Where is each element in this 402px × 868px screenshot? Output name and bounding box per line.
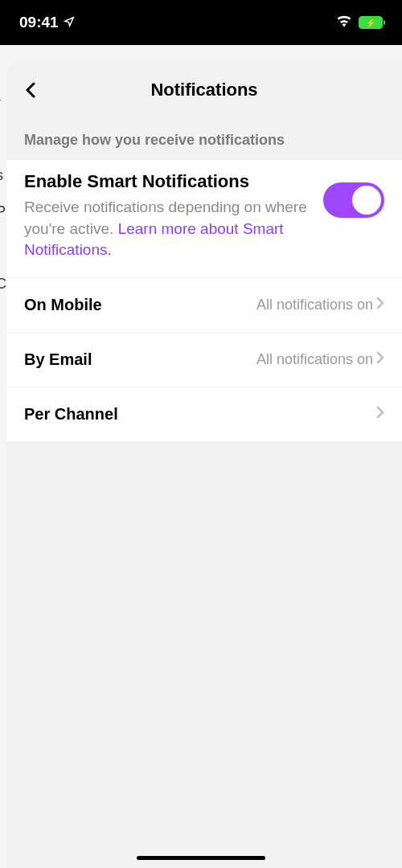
per-channel-value-group <box>376 406 384 423</box>
per-channel-label: Per Channel <box>24 405 118 424</box>
modal-title: Notifications <box>6 80 402 100</box>
by-email-label: By Email <box>24 350 92 369</box>
back-button[interactable] <box>21 80 40 100</box>
time-text: 09:41 <box>19 14 59 31</box>
smart-notifications-toggle[interactable] <box>323 182 384 218</box>
modal-header: Notifications <box>6 61 402 119</box>
on-mobile-row[interactable]: On Mobile All notifications on <box>6 278 402 333</box>
on-mobile-value: All notifications on <box>256 297 373 313</box>
per-channel-row[interactable]: Per Channel <box>6 387 402 441</box>
status-time: 09:41 <box>19 14 75 31</box>
by-email-value-group: All notifications on <box>256 351 384 368</box>
chevron-right-icon <box>376 406 384 423</box>
status-icons: ⚡ <box>336 14 383 31</box>
chevron-right-icon <box>376 297 384 313</box>
by-email-value: All notifications on <box>256 351 373 368</box>
smart-description: Receive notifications depending on where… <box>24 197 310 261</box>
chevron-right-icon <box>376 351 384 368</box>
by-email-row[interactable]: By Email All notifications on <box>6 333 402 387</box>
location-icon <box>64 14 75 31</box>
battery-icon: ⚡ <box>359 16 383 29</box>
status-bar: 09:41 ⚡ <box>0 0 402 45</box>
wifi-icon <box>336 14 352 31</box>
smart-notifications-row: Enable Smart Notifications Receive notif… <box>6 160 402 278</box>
section-header: Manage how you receive notifications <box>6 119 402 160</box>
on-mobile-value-group: All notifications on <box>256 297 384 313</box>
home-indicator[interactable] <box>137 856 265 860</box>
settings-group: Enable Smart Notifications Receive notif… <box>6 160 402 441</box>
smart-title: Enable Smart Notifications <box>24 171 310 192</box>
smart-content: Enable Smart Notifications Receive notif… <box>24 171 310 261</box>
on-mobile-label: On Mobile <box>24 296 102 314</box>
toggle-knob <box>352 186 381 215</box>
notifications-modal: Notifications Manage how you receive not… <box>6 61 402 868</box>
